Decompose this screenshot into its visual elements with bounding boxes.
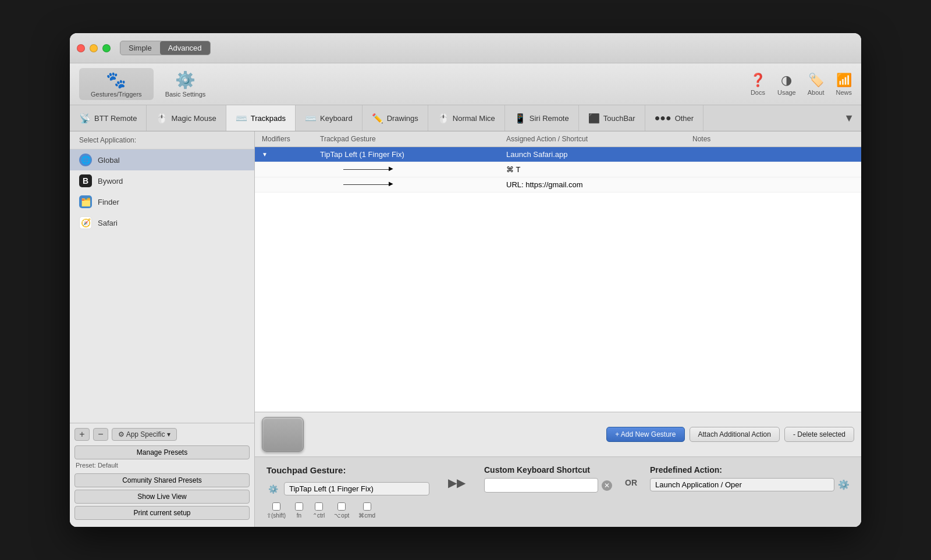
gesture-gear-icon[interactable]: ⚙️ — [266, 483, 279, 495]
shortcut-input[interactable] — [484, 478, 598, 493]
modifier-shift-checkbox[interactable] — [272, 502, 280, 511]
modifier-fn: fn — [295, 502, 303, 519]
row3-notes — [685, 183, 861, 187]
trackpad-icon: ⌨️ — [236, 113, 247, 124]
title-bar: Simple Advanced — [70, 33, 861, 63]
tab-dropdown-button[interactable]: ▼ — [837, 105, 861, 131]
or-label: OR — [620, 478, 642, 487]
add-app-button[interactable]: + — [74, 428, 90, 441]
predefined-gear-icon[interactable]: ⚙️ — [838, 479, 850, 490]
show-live-view-button[interactable]: Show Live View — [74, 490, 250, 504]
delete-selected-button[interactable]: - Delete selected — [784, 427, 854, 442]
remove-app-button[interactable]: − — [93, 428, 108, 441]
normal-mice-icon: 🖱️ — [438, 113, 449, 124]
row3-action: URL: https://gmail.com — [499, 179, 685, 191]
app-list: 🌐 Global B Byword 🗂️ Finder 🧭 Safari — [70, 149, 254, 423]
siri-remote-icon: 📱 — [514, 113, 526, 124]
table-row[interactable]: ▶ ⌘ T — [255, 162, 861, 177]
shortcut-section: Custom Keyboard Shortcut ✕ — [484, 465, 612, 493]
sidebar-controls: + − ⚙ App Specific ▾ — [74, 428, 250, 441]
modifier-row: ⇧(shift) fn ⌃ctrl ⌥opt — [266, 502, 429, 519]
modifier-cmd-checkbox[interactable] — [363, 502, 371, 511]
predefined-row: Launch Application / Oper ⚙️ — [650, 478, 850, 491]
table-row[interactable]: ▶ URL: https://gmail.com — [255, 177, 861, 192]
tab-drawings[interactable]: ✏️ Drawings — [363, 105, 428, 131]
sidebar-header: Select Application: — [70, 131, 254, 149]
attach-action-button[interactable]: Attach Additional Action — [690, 427, 780, 442]
table-row[interactable]: ▼ TipTap Left (1 Finger Fix) Launch Safa… — [255, 147, 861, 162]
tab-normal-mice[interactable]: 🖱️ Normal Mice — [428, 105, 505, 131]
app-item-byword[interactable]: B Byword — [70, 170, 254, 191]
modifier-ctrl-checkbox[interactable] — [315, 502, 323, 511]
app-item-finder[interactable]: 🗂️ Finder — [70, 191, 254, 212]
minimize-button[interactable] — [90, 44, 98, 52]
app-item-safari[interactable]: 🧭 Safari — [70, 212, 254, 233]
modifier-opt-checkbox[interactable] — [337, 502, 346, 511]
advanced-mode-button[interactable]: Advanced — [160, 41, 210, 55]
arrow-line-2: ▶ — [343, 184, 390, 185]
row2-notes — [685, 168, 861, 172]
table-header: Modifiers Trackpad Gesture Assigned Acti… — [255, 131, 861, 147]
touchbar-icon: ⬛ — [588, 113, 600, 124]
content-area: Modifiers Trackpad Gesture Assigned Acti… — [255, 131, 861, 527]
header-notes: Notes — [685, 134, 861, 144]
tab-touchbar[interactable]: ⬛ TouchBar — [579, 105, 645, 131]
tab-btt-remote[interactable]: 📡 BTT Remote — [70, 105, 147, 131]
tab-trackpads[interactable]: ⌨️ Trackpads — [226, 105, 296, 131]
gesture-config: Touchpad Gesture: ⚙️ TipTap Left (1 Fing… — [255, 456, 861, 527]
tab-siri-remote[interactable]: 📱 Siri Remote — [505, 105, 579, 131]
predefined-dropdown[interactable]: Launch Application / Oper — [650, 478, 834, 491]
shortcut-clear-button[interactable]: ✕ — [602, 480, 612, 491]
row3-gesture: ▶ — [313, 183, 499, 187]
add-gesture-button[interactable]: + Add New Gesture — [606, 427, 684, 442]
toolbar-news[interactable]: 📶 News — [836, 73, 852, 96]
safari-icon: 🧭 — [79, 216, 92, 229]
toolbar-about[interactable]: 🏷️ About — [808, 73, 825, 96]
close-button[interactable] — [77, 44, 85, 52]
toolbar-gestures[interactable]: 🐾 Gestures/Triggers — [79, 68, 154, 100]
tab-keyboard[interactable]: ⌨️ Keyboard — [296, 105, 363, 131]
paw-icon: 🐾 — [106, 70, 126, 90]
drawings-icon: ✏️ — [372, 113, 383, 124]
toolbar-usage[interactable]: ◑ Usage — [777, 73, 796, 96]
btt-remote-icon: 📡 — [79, 113, 91, 124]
keyboard-icon: ⌨️ — [305, 113, 317, 124]
toolbar-docs[interactable]: ❓ Docs — [750, 73, 766, 96]
toolbar-basic-settings[interactable]: ⚙️ Basic Settings — [154, 68, 218, 100]
header-action: Assigned Action / Shortcut — [499, 134, 685, 144]
main-content: Select Application: 🌐 Global B Byword 🗂️… — [70, 131, 861, 527]
tab-magic-mouse[interactable]: 🖱️ Magic Mouse — [147, 105, 226, 131]
app-specific-button[interactable]: ⚙ App Specific ▾ — [112, 428, 177, 441]
bottom-actions: + Add New Gesture Attach Additional Acti… — [255, 412, 861, 456]
preset-label: Preset: Default — [74, 462, 250, 469]
row2-gesture: ▶ — [313, 167, 499, 172]
table-body: ▼ TipTap Left (1 Finger Fix) Launch Safa… — [255, 147, 861, 412]
predefined-title: Predefined Action: — [650, 465, 850, 475]
gesture-config-left: Touchpad Gesture: ⚙️ TipTap Left (1 Fing… — [266, 465, 429, 519]
sub-gesture-arrow-2: ▶ — [320, 184, 492, 185]
shortcut-title: Custom Keyboard Shortcut — [484, 465, 612, 475]
mode-toggle: Simple Advanced — [120, 41, 211, 55]
gesture-select-row: ⚙️ TipTap Left (1 Finger Fix) — [266, 482, 429, 495]
print-setup-button[interactable]: Print current setup — [74, 506, 250, 520]
modifier-fn-checkbox[interactable] — [295, 502, 303, 511]
manage-presets-button[interactable]: Manage Presets — [74, 445, 250, 459]
row2-action: ⌘ T — [499, 163, 685, 176]
bottom-buttons: + Add New Gesture Attach Additional Acti… — [606, 427, 854, 442]
global-icon: 🌐 — [79, 154, 92, 166]
question-icon: ❓ — [750, 73, 766, 88]
action-arrows-icon: ▶▶ — [441, 476, 472, 490]
tag-icon: 🏷️ — [808, 73, 824, 88]
app-item-global[interactable]: 🌐 Global — [70, 149, 254, 170]
fullscreen-button[interactable] — [102, 44, 111, 52]
community-presets-button[interactable]: Comunity Shared Presets — [74, 473, 250, 487]
row1-action: Launch Safari.app — [499, 148, 685, 160]
simple-mode-button[interactable]: Simple — [120, 41, 160, 55]
row3-modifiers — [255, 183, 313, 187]
tab-other[interactable]: ●●● Other — [645, 105, 704, 131]
finder-icon: 🗂️ — [79, 195, 92, 208]
row2-modifiers — [255, 168, 313, 172]
gesture-dropdown[interactable]: TipTap Left (1 Finger Fix) — [284, 482, 429, 495]
sub-gesture-arrow: ▶ — [320, 169, 492, 170]
arrow-line-1: ▶ — [343, 169, 390, 170]
